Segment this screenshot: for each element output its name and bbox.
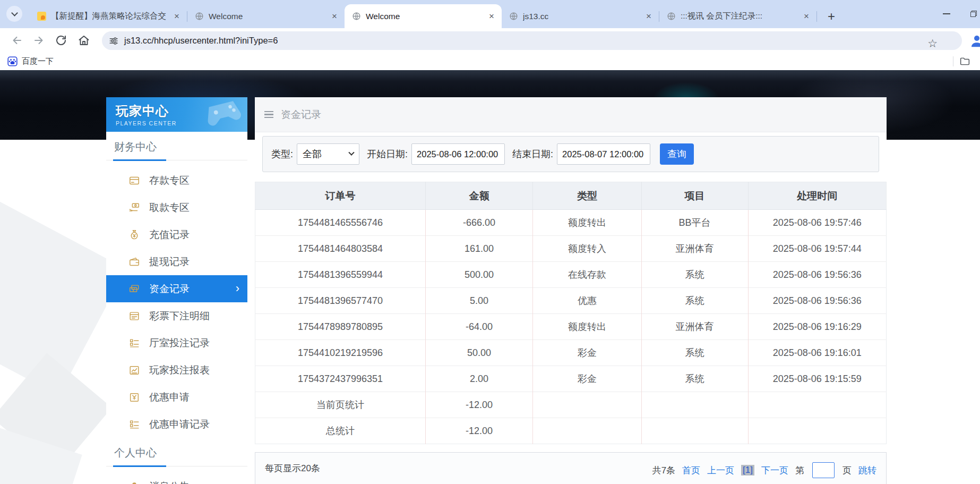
- browser-tab[interactable]: Welcome×: [187, 4, 345, 28]
- restore-button[interactable]: [970, 11, 977, 17]
- sidebar-item-玩家投注报表[interactable]: 玩家投注报表: [106, 356, 247, 384]
- table-cell: 1754372437996351: [255, 366, 426, 392]
- jump-link[interactable]: 跳转: [858, 464, 876, 477]
- table-row: 1754481396559944500.00在线存款系统2025-08-06 1…: [255, 262, 887, 288]
- funds-table: 订单号金额类型项目处理时间 1754481465556746-666.00额度转…: [255, 182, 887, 444]
- all-bookmarks-folder-icon[interactable]: [959, 56, 970, 67]
- bookmark-star-icon[interactable]: ☆: [927, 38, 938, 49]
- end-date-input[interactable]: [557, 143, 650, 165]
- site-settings-icon[interactable]: [108, 36, 119, 46]
- restore-icon: [970, 12, 976, 17]
- prev-page-link[interactable]: 上一页: [707, 464, 734, 477]
- sidebar-item-label: 优惠申请记录: [149, 418, 210, 431]
- sidebar-item-label: 提现记录: [149, 255, 190, 269]
- table-cell: 1754481465556746: [255, 210, 426, 236]
- first-page-link[interactable]: 首页: [682, 464, 700, 477]
- bookmark-separator: [953, 56, 953, 66]
- table-header-row: 订单号金额类型项目处理时间: [255, 182, 887, 210]
- chevron-down-icon: [11, 10, 18, 16]
- tab-separator: [816, 11, 817, 22]
- current-page-indicator: [1]: [741, 465, 754, 475]
- sidebar-item-label: 资金记录: [149, 282, 190, 296]
- table-cell: 系统: [641, 366, 748, 392]
- browser-tab[interactable]: Welcome×: [345, 4, 502, 28]
- table-cell: 在线存款: [533, 262, 642, 288]
- table-cell: 2025-08-06 19:56:36: [748, 262, 886, 288]
- close-icon[interactable]: ×: [802, 11, 811, 22]
- deposit-icon: [128, 175, 140, 186]
- sidebar: 玩家中心 PLAYERS CENTER 财务中心存款专区取款专区充值记录提现记录…: [106, 97, 247, 484]
- caret-down-icon: [348, 150, 354, 156]
- tab-search-button[interactable]: [6, 6, 22, 22]
- close-icon[interactable]: ×: [487, 11, 496, 22]
- table-row: 17543724379963512.00彩金系统2025-08-06 19:15…: [255, 366, 887, 392]
- browser-tab[interactable]: js13.cc×: [502, 4, 659, 28]
- table-cell: 1754410219219596: [255, 340, 426, 366]
- jump-page-input[interactable]: [812, 462, 835, 478]
- table-cell: 2.00: [426, 366, 533, 392]
- type-label: 类型:: [271, 148, 293, 160]
- url-text[interactable]: js13.cc/hhcp/usercenter.html?iniType=6: [124, 36, 278, 46]
- new-tab-button[interactable]: +: [823, 9, 839, 24]
- back-icon[interactable]: [11, 34, 23, 47]
- table-cell: 1754481464803584: [255, 236, 426, 262]
- sidebar-item-label: 消息公告: [149, 480, 190, 484]
- table-row: 1754478989780895-64.00额度转出亚洲体育2025-08-06…: [255, 314, 887, 340]
- forward-icon[interactable]: [32, 34, 45, 47]
- table-cell: 额度转入: [533, 236, 642, 262]
- bookmark-baidu[interactable]: 百度一下: [7, 56, 54, 66]
- table-cell: 1754481396559944: [255, 262, 426, 288]
- main-panel: 资金记录 类型: 全部 开始日期: 结束日期: 查询 订单号金额类型项目处理时间…: [255, 97, 887, 484]
- next-page-link[interactable]: 下一页: [761, 464, 788, 477]
- sidebar-menu: 消息公告: [106, 473, 247, 484]
- home-icon[interactable]: [78, 34, 90, 47]
- sidebar-item-资金记录[interactable]: 资金记录›: [106, 275, 247, 302]
- globe-icon: [352, 12, 361, 21]
- table-cell: -12.00: [426, 418, 533, 444]
- table-cell: 亚洲体育: [641, 236, 748, 262]
- start-date-input[interactable]: [411, 143, 505, 165]
- column-header: 订单号: [255, 182, 426, 210]
- hamburger-icon[interactable]: [264, 111, 273, 118]
- withdraw-icon: [128, 202, 140, 214]
- sidebar-item-label: 充值记录: [149, 228, 190, 242]
- sidebar-item-取款专区[interactable]: 取款专区: [106, 194, 247, 221]
- table-cell: 2025-08-06 19:57:44: [748, 236, 886, 262]
- pagination-bar: 每页显示20条 共7条 首页 上一页 [1] 下一页 第 页 跳转: [255, 452, 887, 484]
- table-cell: 1754481396577470: [255, 288, 426, 314]
- sidebar-item-提现记录[interactable]: 提现记录: [106, 248, 247, 275]
- sidebar-item-消息公告[interactable]: 消息公告: [106, 473, 247, 484]
- close-icon[interactable]: ×: [330, 11, 339, 22]
- table-cell: 系统: [641, 340, 748, 366]
- type-select[interactable]: 全部: [297, 143, 359, 165]
- cashout-icon: [128, 256, 140, 268]
- url-bar[interactable]: js13.cc/hhcp/usercenter.html?iniType=6 ☆: [102, 31, 962, 50]
- sidebar-item-label: 厅室投注记录: [149, 336, 210, 350]
- column-header: 处理时间: [748, 182, 886, 210]
- sidebar-item-优惠申请[interactable]: 优惠申请: [106, 384, 247, 411]
- sidebar-item-优惠申请记录[interactable]: 优惠申请记录: [106, 411, 247, 438]
- chevron-right-icon: ›: [236, 281, 239, 295]
- close-icon[interactable]: ×: [644, 11, 654, 22]
- sidebar-section-title: 财务中心: [106, 132, 247, 160]
- sidebar-item-存款专区[interactable]: 存款专区: [106, 167, 247, 194]
- sidebar-item-充值记录[interactable]: 充值记录: [106, 221, 247, 248]
- table-cell: 1754478989780895: [255, 314, 426, 340]
- profile-avatar-icon[interactable]: [969, 33, 980, 49]
- browser-tab[interactable]: :::视讯 会员下注纪录:::×: [659, 4, 816, 28]
- reload-icon[interactable]: [55, 34, 67, 47]
- sidebar-item-彩票下注明细[interactable]: 彩票下注明细: [106, 302, 247, 329]
- sidebar-item-厅室投注记录[interactable]: 厅室投注记录: [106, 329, 247, 356]
- tab-title: js13.cc: [523, 12, 639, 21]
- query-button[interactable]: 查询: [660, 143, 694, 165]
- end-date-label: 结束日期:: [512, 148, 553, 160]
- table-cell: [641, 392, 748, 418]
- tab-title: 【新提醒】海燕策略论坛综合交: [51, 11, 167, 22]
- minimize-button[interactable]: [943, 13, 950, 14]
- browser-tab[interactable]: 【新提醒】海燕策略论坛综合交×: [30, 4, 187, 28]
- funds-icon: [128, 283, 140, 295]
- baidu-icon: [7, 56, 18, 66]
- table-cell: [533, 418, 642, 444]
- close-icon[interactable]: ×: [172, 11, 182, 22]
- column-header: 类型: [533, 182, 642, 210]
